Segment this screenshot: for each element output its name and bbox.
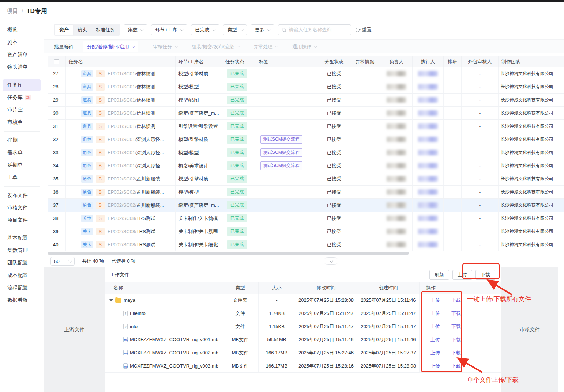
priority-tag: S <box>96 241 105 248</box>
sidebar-item-cost-config[interactable]: 成本配置 <box>3 270 41 281</box>
label-tag[interactable]: 测试SCM提交流程 <box>260 135 302 144</box>
refresh-button[interactable]: 刷新 <box>429 270 449 280</box>
file-row[interactable]: maya 文件夹 - 2025年07月25日 15:28:08 2025年07月… <box>105 294 501 307</box>
owner-name-redacted <box>387 242 406 247</box>
file-row[interactable]: Mb MCXFZZFMWXZ_COOTVR_rig_v003.mb MB文件 1… <box>105 359 501 373</box>
table-row[interactable]: 27 道具 S EP001/SC01/僧林惯测 模型/引擎材质 已完成 已接受 … <box>48 67 564 80</box>
table-row[interactable]: 30 道具 S EP001/SC01/僧林惯测 绑定/资产绑定_m... 已完成… <box>48 107 564 120</box>
tab-镜头[interactable]: 镜头 <box>73 25 91 35</box>
sidebar-item-demand-order[interactable]: 需求单 <box>3 147 41 159</box>
sidebar-item-team-config[interactable]: 团队配置 <box>3 257 41 269</box>
file-row[interactable]: ? FileInfo 文件 1.74KB 2025年07月25日 15:11:4… <box>105 307 501 320</box>
assign-status: 已接受 <box>319 146 349 159</box>
sidebar-item-review-files[interactable]: 审核文件 <box>3 202 41 214</box>
sidebar-item-delay-order[interactable]: 延期单 <box>3 159 41 171</box>
download-link[interactable]: 下载 <box>451 336 461 343</box>
sidebar-item-task-library-new[interactable]: 任务库 新 <box>3 92 41 103</box>
column-header-外包审核人: 外包审核人 <box>462 56 499 67</box>
task-name: EP001/SC01/僧林惯测 <box>108 123 155 130</box>
label-tag[interactable]: 测试SCM提交流程 <box>260 161 302 170</box>
reset-button[interactable]: 重置 <box>356 27 372 33</box>
upload-link[interactable]: 上传 <box>430 323 440 330</box>
sidebar-item-asset-list[interactable]: 资产清单 <box>3 49 41 61</box>
sidebar-divider <box>4 76 40 76</box>
shift-cell <box>444 107 462 119</box>
priority-tag: S <box>96 228 105 235</box>
sidebar-item-script[interactable]: 剧本 <box>3 37 41 48</box>
table-row[interactable]: 37 角色 B EP002/SC02/孟川新服装... 绑定/资产绑定_m...… <box>48 199 564 212</box>
production-team: 长沙神漫文化科技有限公司 <box>499 107 564 119</box>
page-size-select[interactable]: 50 <box>50 257 75 266</box>
batch-action-通用操作[interactable]: 通用操作 <box>292 43 316 50</box>
table-row[interactable]: 33 角色 B EP001/SC01/深渊人形怪... 模型/模型 已完成 测试… <box>48 146 564 159</box>
shift-cell <box>444 80 462 93</box>
table-row[interactable]: 36 角色 B EP002/SC02/孟川新服装... 模型/模型 已完成 已接… <box>48 186 564 199</box>
batch-assign-dropdown[interactable]: 分配/返修/撤回/启用 <box>83 41 139 52</box>
breadcrumb-projects[interactable]: 项目 <box>7 7 18 15</box>
tab-标准任务[interactable]: 标准任务 <box>91 25 119 35</box>
sidebar-item-overview[interactable]: 概览 <box>3 24 41 36</box>
download-link[interactable]: 下载 <box>451 297 461 304</box>
review-files-label: 审核文件 <box>520 327 540 333</box>
batch-action-异常处理[interactable]: 异常处理 <box>253 43 278 50</box>
file-row[interactable]: Mb MCXFZZFMWXZ_COOTVR_rig_v002.mb MB文件 1… <box>105 346 501 359</box>
task-search-input[interactable]: 请输入任务名称查询 <box>278 24 351 35</box>
table-row[interactable]: 39 关卡 S EP002/SC08/TRS测试 关卡制作/关卡氛围 已完成 已… <box>48 225 564 238</box>
expand-caret-icon[interactable] <box>109 299 113 301</box>
file-row[interactable]: ? info 文件 1.15KB 2025年07月25日 15:11:47 20… <box>105 320 501 333</box>
sidebar-item-basic-config[interactable]: 基本配置 <box>3 232 41 244</box>
table-row[interactable]: 29 道具 S EP001/SC01/僧林惯测 模型/贴图 已完成 已接受 - … <box>48 94 564 107</box>
filter-dropdown-更多[interactable]: 更多 <box>251 24 274 35</box>
file-name: FileInfo <box>130 311 146 316</box>
task-name: EP002/SC08/TRS测试 <box>108 228 155 235</box>
stage-name: 模型/引擎材质 <box>176 67 222 80</box>
horizontal-scrollbar-thumb[interactable] <box>48 252 409 255</box>
upload-link[interactable]: 上传 <box>430 310 440 317</box>
filter-dropdown-环节+工序[interactable]: 环节+工序 <box>151 24 187 35</box>
table-row[interactable]: 28 道具 S EP001/SC01/僧林惯测 模型/模型 已完成 已接受 - … <box>48 80 564 94</box>
review-files-panel[interactable]: 审核文件 <box>501 267 558 392</box>
table-row[interactable]: 34 角色 B EP001/SC01/深渊人形怪... 概念/美术设计 已完成 … <box>48 159 564 172</box>
sidebar-item-work-order[interactable]: 工单 <box>3 172 41 183</box>
tab-资产[interactable]: 资产 <box>55 25 73 35</box>
upload-link[interactable]: 上传 <box>430 350 440 356</box>
outsource-reviewer: - <box>462 186 499 198</box>
sidebar-item-pipeline-config[interactable]: 流程配置 <box>3 282 41 294</box>
file-row[interactable]: Mb MCXFZZFMWXZ_COOTVR_rig_v001.mb MB文件 5… <box>105 333 501 346</box>
filter-dropdown-已完成[interactable]: 已完成 <box>191 24 219 35</box>
sidebar-item-task-library[interactable]: 任务库 <box>3 79 41 91</box>
table-row[interactable]: 40 关卡 S EP002/SC08/TRS测试 关卡制作/关卡细化 已完成 已… <box>48 238 564 251</box>
table-row[interactable]: 32 角色 B EP001/SC01/深渊人形怪... 模型/引擎材质 已完成 … <box>48 133 564 146</box>
upload-link[interactable]: 上传 <box>430 336 440 343</box>
sidebar-item-schedule[interactable]: 排期 <box>3 134 41 146</box>
upload-link[interactable]: 上传 <box>430 363 440 369</box>
select-all-checkbox[interactable] <box>54 59 59 64</box>
download-link[interactable]: 下载 <box>451 363 461 369</box>
download-all-button[interactable]: 下载 <box>475 270 495 280</box>
table-row[interactable]: 31 道具 S EP001/SC01/僧林惯测 引擎设置/引擎设置 已完成 已接… <box>48 120 564 133</box>
sidebar-item-data-dashboard[interactable]: 数据看板 <box>3 294 41 306</box>
table-row[interactable]: 35 角色 B EP002/SC02/孟川新服装... 模型/引擎材质 已完成 … <box>48 172 564 186</box>
batch-action-组装/提交/发布/渲染[interactable]: 组装/提交/发布/渲染 <box>192 43 239 50</box>
upload-all-button[interactable]: 上传 <box>452 270 472 280</box>
collapse-panel-button[interactable] <box>324 257 338 265</box>
download-link[interactable]: 下载 <box>451 310 461 317</box>
upload-link[interactable]: 上传 <box>430 297 440 304</box>
maya-binary-file-icon: Mb <box>123 337 128 342</box>
download-link[interactable]: 下载 <box>451 323 461 330</box>
asset-type-tag: 道具 <box>81 83 93 91</box>
download-link[interactable]: 下载 <box>451 350 461 356</box>
table-row[interactable]: 38 关卡 S EP002/SC08/TRS测试 关卡制作/关卡简模 已完成 已… <box>48 212 564 225</box>
label-tag[interactable]: 测试SCM提交流程 <box>260 148 302 157</box>
batch-action-审核任务[interactable]: 审核任务 <box>153 43 177 50</box>
upstream-files-panel[interactable]: 上游文件 <box>44 267 105 392</box>
sidebar-item-shot-list[interactable]: 镜头清单 <box>3 61 41 73</box>
sidebar-item-publish-files[interactable]: 发布文件 <box>3 190 41 201</box>
sidebar-item-review-order[interactable]: 审核单 <box>3 117 41 128</box>
sidebar-item-project-files[interactable]: 项目文件 <box>3 214 41 226</box>
sidebar-item-episode-management[interactable]: 集数管理 <box>3 245 41 256</box>
filter-dropdown-类型[interactable]: 类型 <box>223 24 247 35</box>
filter-dropdown-集数[interactable]: 集数 <box>124 24 147 35</box>
sidebar-item-review-room[interactable]: 审片室 <box>3 104 41 116</box>
file-mtime: 2025年07月25日 15:11:46 <box>295 333 357 346</box>
